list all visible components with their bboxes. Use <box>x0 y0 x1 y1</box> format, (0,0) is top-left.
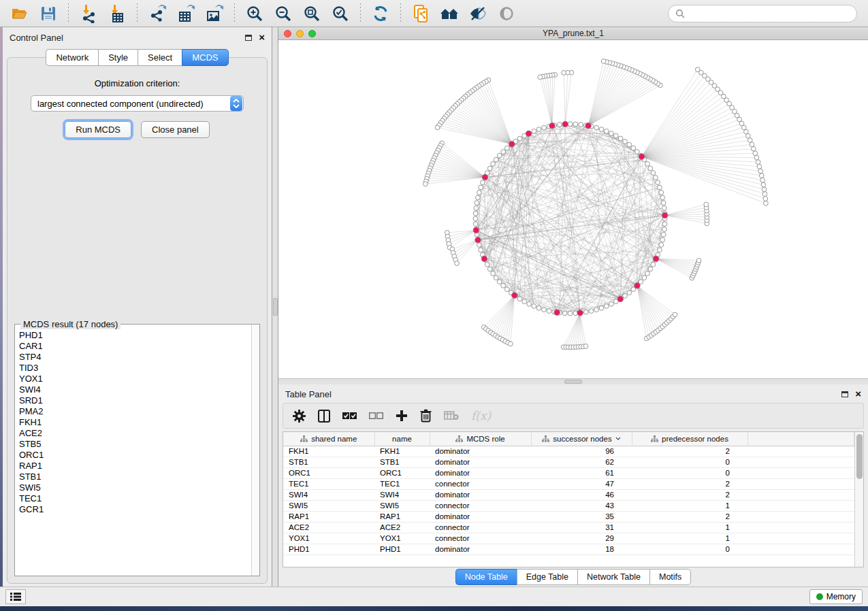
table-row[interactable]: TEC1TEC1connector472 <box>283 478 854 489</box>
mcds-result-item[interactable]: YOX1 <box>19 374 248 384</box>
export-table-icon[interactable] <box>173 3 199 24</box>
table-cell[interactable] <box>748 522 854 533</box>
table-cell[interactable]: SWI4 <box>374 489 430 500</box>
optimization-criterion-select[interactable]: largest connected component (undirected) <box>31 95 244 112</box>
table-cell[interactable]: ACE2 <box>283 522 374 533</box>
add-column-icon[interactable] <box>396 410 408 422</box>
tab-network-table[interactable]: Network Table <box>577 569 649 585</box>
table-cell[interactable]: PHD1 <box>374 544 430 555</box>
table-row[interactable]: SWI5SWI5connector431 <box>283 500 854 511</box>
mcds-result-item[interactable]: ORC1 <box>19 450 248 461</box>
table-cell[interactable]: PHD1 <box>283 544 374 555</box>
table-row[interactable]: ORC1ORC1dominator610 <box>283 467 854 478</box>
col-successor-nodes[interactable]: successor nodes <box>531 432 632 446</box>
splitter-grip[interactable] <box>564 380 582 384</box>
table-cell[interactable]: 2 <box>632 489 748 500</box>
show-graphics-details-icon[interactable] <box>494 3 519 24</box>
tab-edge-table[interactable]: Edge Table <box>517 569 577 585</box>
table-cell[interactable]: 96 <box>531 446 632 457</box>
import-network-icon[interactable] <box>76 3 101 24</box>
zoom-out-icon[interactable] <box>270 3 296 24</box>
home-network-icon[interactable] <box>436 3 462 24</box>
table-cell[interactable]: connector <box>430 500 531 511</box>
table-cell[interactable]: TEC1 <box>374 478 430 489</box>
table-scrollbar[interactable] <box>854 432 863 567</box>
float-panel-icon[interactable] <box>245 35 252 41</box>
table-cell[interactable]: RAP1 <box>283 511 374 522</box>
col-predecessor-nodes[interactable]: predecessor nodes <box>632 432 748 446</box>
table-cell[interactable]: 1 <box>632 522 748 533</box>
table-row[interactable]: ACE2ACE2connector311 <box>283 522 854 533</box>
float-panel-icon[interactable] <box>841 391 848 397</box>
col-mcds-role[interactable]: MCDS role <box>430 432 531 446</box>
table-cell[interactable]: dominator <box>430 544 531 555</box>
horizontal-splitter[interactable] <box>278 378 868 384</box>
table-cell[interactable]: dominator <box>430 511 531 522</box>
table-cell[interactable]: STB1 <box>374 457 430 467</box>
table-row[interactable]: SWI4SWI4dominator462 <box>283 489 854 500</box>
mcds-result-item[interactable]: PMA2 <box>19 406 248 417</box>
table-cell[interactable] <box>748 489 854 500</box>
table-cell[interactable]: RAP1 <box>374 511 430 522</box>
table-cell[interactable]: 47 <box>531 478 632 489</box>
table-cell[interactable]: 43 <box>531 500 632 511</box>
tab-style[interactable]: Style <box>98 49 138 66</box>
apply-layout-icon[interactable] <box>368 3 393 24</box>
mcds-result-item[interactable]: GCR1 <box>19 504 248 515</box>
table-cell[interactable]: 1 <box>632 500 748 511</box>
mcds-result-scrollbar[interactable] <box>251 325 259 576</box>
table-cell[interactable]: connector <box>430 478 531 489</box>
delete-column-icon[interactable] <box>420 409 432 423</box>
table-cell[interactable]: 46 <box>531 489 632 500</box>
table-row[interactable]: YOX1YOX1connector291 <box>283 533 854 544</box>
table-cell[interactable]: 18 <box>531 544 632 555</box>
table-cell[interactable]: 0 <box>632 544 748 555</box>
tab-network[interactable]: Network <box>46 49 98 66</box>
run-mcds-button[interactable]: Run MCDS <box>65 121 131 138</box>
table-cell[interactable]: 1 <box>632 533 748 544</box>
vertical-splitter[interactable] <box>272 27 278 587</box>
table-cell[interactable] <box>748 446 854 457</box>
table-cell[interactable] <box>748 511 854 522</box>
mcds-result-item[interactable]: TEC1 <box>19 493 248 504</box>
mcds-result-item[interactable]: TID3 <box>19 363 248 374</box>
search-box[interactable] <box>668 5 857 22</box>
table-cell[interactable]: SWI5 <box>283 500 374 511</box>
tab-select[interactable]: Select <box>138 49 182 66</box>
table-cell[interactable]: 62 <box>531 457 632 467</box>
hide-details-icon[interactable] <box>465 3 491 24</box>
col-shared-name[interactable]: shared name <box>283 432 374 446</box>
search-input[interactable] <box>689 9 850 18</box>
close-panel-icon[interactable]: × <box>259 34 265 41</box>
table-row[interactable]: FKH1FKH1dominator962 <box>283 446 854 457</box>
export-network-icon[interactable] <box>144 3 170 24</box>
table-cell[interactable]: 35 <box>531 511 632 522</box>
table-cell[interactable]: 2 <box>632 478 748 489</box>
select-all-icon[interactable] <box>342 412 357 420</box>
table-cell[interactable]: connector <box>430 522 531 533</box>
table-cell[interactable]: 0 <box>632 467 748 478</box>
table-cell[interactable]: YOX1 <box>374 533 430 544</box>
close-panel-button[interactable]: Close panel <box>141 121 210 138</box>
table-cell[interactable]: 31 <box>531 522 632 533</box>
table-cell[interactable] <box>748 457 854 467</box>
table-cell[interactable]: ORC1 <box>374 467 430 478</box>
zoom-in-icon[interactable] <box>242 3 268 24</box>
zoom-fit-icon[interactable] <box>299 3 325 24</box>
table-cell[interactable]: ORC1 <box>283 467 374 478</box>
zoom-selected-icon[interactable] <box>327 3 353 24</box>
mcds-result-item[interactable]: SWI5 <box>19 482 248 493</box>
table-cell[interactable] <box>748 533 854 544</box>
table-cell[interactable]: ACE2 <box>374 522 430 533</box>
node-table[interactable]: shared name name MCDS role successor nod… <box>283 432 854 555</box>
mcds-result-item[interactable]: RAP1 <box>19 461 248 472</box>
save-session-icon[interactable] <box>35 3 61 24</box>
col-name[interactable]: name <box>374 432 430 446</box>
table-cell[interactable]: SWI4 <box>283 489 374 500</box>
table-cell[interactable]: 0 <box>632 457 748 467</box>
table-cell[interactable]: 2 <box>632 511 748 522</box>
deselect-all-icon[interactable] <box>369 412 383 420</box>
table-row[interactable]: PHD1PHD1dominator180 <box>283 544 854 555</box>
mcds-result-item[interactable]: ACE2 <box>19 428 248 439</box>
table-cell[interactable] <box>748 500 854 511</box>
